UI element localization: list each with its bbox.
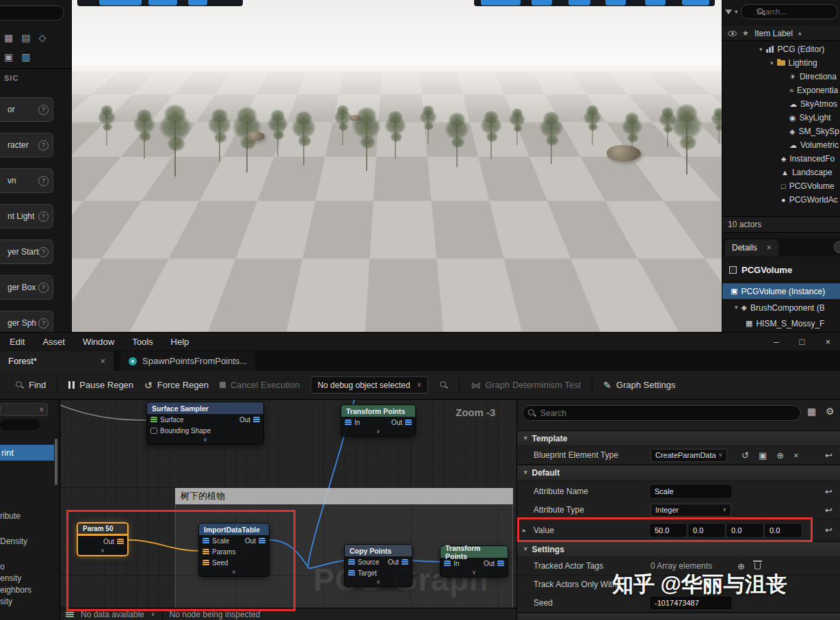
blueprint-element-type-dropdown[interactable]: CreateParamData [651, 449, 727, 462]
menu-window[interactable]: Window [83, 337, 114, 347]
outliner-row-height-fog[interactable]: Exponentia [722, 83, 840, 97]
value-w-input[interactable] [765, 524, 801, 537]
node-surface-sampler[interactable]: Surface Sampler Surface Out Bounding Sha… [146, 402, 264, 445]
section-settings[interactable]: Settings [517, 541, 840, 556]
palette-item[interactable]: eighbors [0, 585, 59, 595]
pin-out-icon[interactable] [117, 539, 124, 545]
collapsed-section-stub[interactable] [517, 612, 840, 620]
collapse-icon[interactable] [376, 580, 380, 585]
help-icon[interactable]: ? [38, 318, 49, 328]
node-param-50[interactable]: Param 50 Out [77, 522, 129, 556]
viewport-toolbar-button[interactable] [682, 0, 709, 5]
tab-forest[interactable]: Forest* [0, 351, 114, 371]
favorite-column-icon[interactable] [742, 29, 749, 37]
place-item-actor[interactable]: or? [0, 97, 53, 122]
help-icon[interactable]: ? [38, 105, 49, 115]
tab-spawn-points[interactable]: SpawnPointsFromPoints... [120, 351, 255, 371]
viewport-toolbar-button[interactable] [605, 0, 626, 5]
outliner-row-lighting[interactable]: Lighting [722, 56, 840, 70]
place-actors-search[interactable] [0, 5, 64, 21]
minimize-button[interactable] [774, 337, 778, 346]
pin-seed-icon[interactable] [202, 560, 209, 566]
viewport-3d[interactable] [72, 0, 722, 332]
tab-details[interactable]: Details [725, 240, 778, 256]
section-template[interactable]: Template [517, 430, 840, 445]
pin-scale-icon[interactable] [202, 538, 209, 544]
data-dropdown[interactable]: No data available [81, 610, 144, 619]
outliner-row-sky-sphere[interactable]: SM_SkySp [722, 125, 840, 138]
menu-edit[interactable]: Edit [10, 337, 25, 347]
filter-icon[interactable] [725, 10, 732, 14]
node-transform-points-top[interactable]: Transform Points In Out [341, 404, 416, 437]
outliner-row-pcg-world-actor[interactable]: PCGWorldAc [722, 193, 840, 207]
palette-filter-dropdown[interactable] [0, 403, 48, 416]
category-volumes-icon[interactable] [21, 52, 30, 62]
collapse-icon[interactable] [376, 429, 380, 435]
pin-in-icon[interactable] [444, 560, 451, 567]
pin-target-icon[interactable] [348, 570, 355, 576]
attribute-name-input[interactable] [651, 485, 731, 498]
palette-item[interactable]: o [0, 562, 59, 571]
node-copy-points[interactable]: Copy Points Source Out Target [344, 544, 412, 587]
category-shapes-icon[interactable] [38, 33, 46, 42]
attribute-type-dropdown[interactable]: Integer [651, 504, 731, 517]
pin-in-icon[interactable] [345, 419, 352, 426]
clear-icon[interactable] [793, 451, 799, 460]
node-import-data-table[interactable]: ImportDataTable Scale Out Params Seed [198, 523, 270, 577]
close-icon[interactable] [767, 244, 772, 252]
help-icon[interactable]: ? [38, 211, 49, 222]
collapse-icon[interactable] [203, 437, 207, 443]
expand-value-icon[interactable] [523, 527, 526, 534]
graph-canvas[interactable]: PCG Graph 树下的植物 Zoom -3 Surface Sampler … [60, 400, 516, 620]
pin-out-icon[interactable] [497, 560, 504, 567]
viewport-toolbar-button[interactable] [99, 0, 142, 5]
help-icon[interactable]: ? [38, 140, 49, 151]
outliner-row-landscape[interactable]: Landscape [722, 166, 840, 179]
reset-to-default-icon[interactable] [825, 526, 832, 534]
use-selected-icon[interactable] [741, 451, 749, 460]
category-grid-icon[interactable] [4, 33, 13, 42]
outliner-row-pcg-editor[interactable]: PCG (Editor) [722, 42, 840, 56]
menu-tools[interactable]: Tools [132, 337, 153, 347]
help-icon[interactable]: ? [38, 176, 49, 186]
pin-out-icon[interactable] [259, 538, 265, 544]
value-z-input[interactable] [727, 524, 763, 537]
palette-item[interactable]: Density [0, 537, 59, 546]
menu-help[interactable]: Help [171, 337, 189, 347]
outliner-row-volumetric-cloud[interactable]: Volumetric [722, 138, 840, 152]
close-button[interactable] [825, 337, 830, 346]
pin-params-icon[interactable] [202, 549, 209, 555]
pin-source-icon[interactable] [348, 559, 355, 565]
component-row-hism[interactable]: HISM_S_Mossy_F [722, 315, 840, 331]
palette-item[interactable]: ensity [0, 573, 59, 583]
node-transform-points-bottom[interactable]: Transform Points In Out [440, 545, 508, 578]
collapse-icon[interactable] [232, 569, 236, 575]
outliner-row-sky-atmosphere[interactable]: SkyAtmos [722, 97, 840, 111]
category-basic-icon[interactable] [4, 52, 13, 62]
collapse-icon[interactable] [101, 548, 105, 554]
pin-out-icon[interactable] [405, 419, 412, 426]
maximize-button[interactable] [800, 337, 805, 346]
comment-header[interactable]: 树下的植物 [175, 488, 513, 504]
pin-surface-icon[interactable] [150, 417, 157, 423]
place-item-player-start[interactable]: yer Start? [0, 240, 53, 264]
expand-caret-icon[interactable] [770, 60, 774, 66]
outliner-row-directional-light[interactable]: Directiona [722, 70, 840, 83]
section-default[interactable]: Default [517, 465, 840, 480]
pin-bounding-shape-icon[interactable] [150, 428, 157, 434]
place-item-pawn[interactable]: vn? [0, 168, 53, 193]
value-x-input[interactable] [651, 524, 686, 537]
outliner-row-pcg-volume[interactable]: PCGVolume [722, 179, 840, 193]
menu-asset[interactable]: Asset [42, 337, 65, 347]
details-search-input[interactable] [522, 405, 801, 421]
component-row-brush[interactable]: BrushComponent (B [722, 300, 840, 315]
force-regen-button[interactable]: Force Regen [144, 380, 209, 390]
add-array-element-icon[interactable] [737, 562, 745, 571]
outliner-row-skylight[interactable]: SkyLight [722, 111, 840, 125]
component-row-instance[interactable]: PCGVolume (Instance) [722, 283, 840, 299]
viewport-toolbar-button[interactable] [531, 0, 552, 5]
visibility-column-icon[interactable] [728, 31, 737, 36]
section-caret-icon[interactable] [524, 546, 527, 552]
palette-search-pill[interactable] [0, 419, 40, 430]
place-item-point-light[interactable]: nt Light? [0, 204, 53, 229]
